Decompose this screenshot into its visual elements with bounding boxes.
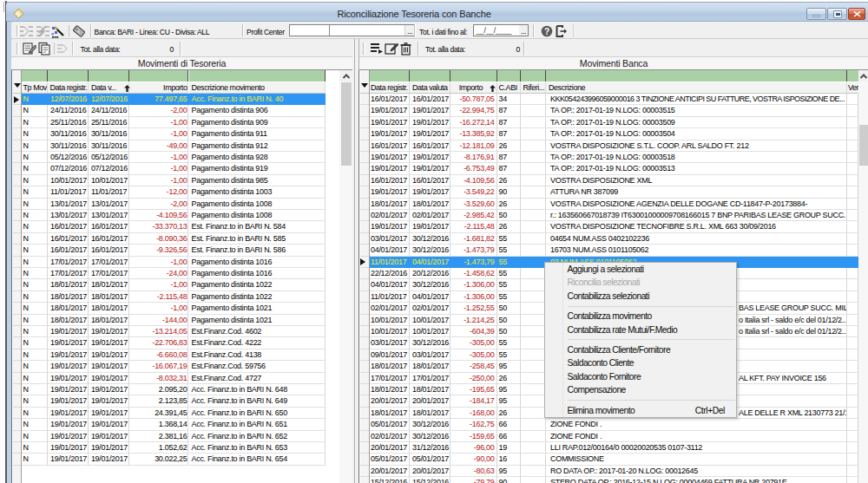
svg-text:?: ? xyxy=(543,26,549,36)
